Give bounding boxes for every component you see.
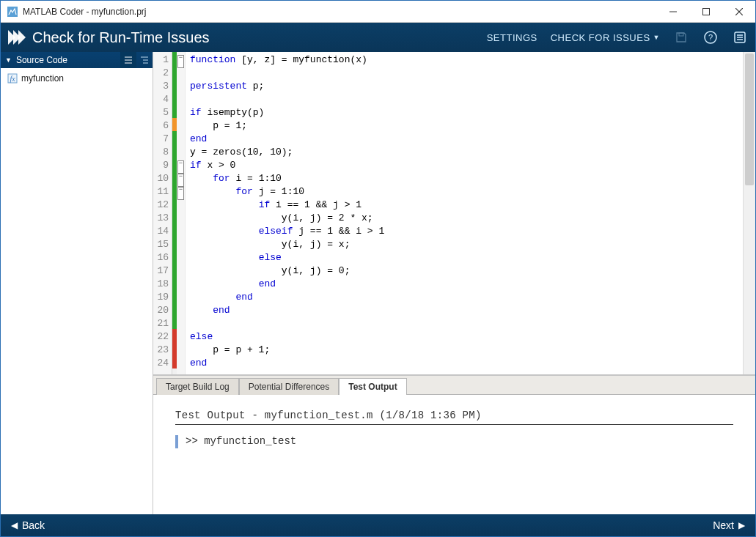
vertical-scrollbar[interactable] [743,52,755,374]
back-label: Back [22,519,45,531]
output-header: Test Output - myfunction_test.m (1/8/18 … [175,410,733,425]
arrow-left-icon: ◀ [11,520,18,530]
minimize-button[interactable] [656,1,689,23]
output-panel: Target Build LogPotential DifferencesTes… [153,375,755,514]
source-panel: ▼ Source Code fxmyfunction [1,52,153,514]
collapse-icon: ▼ [5,56,12,64]
test-output-pane: Test Output - myfunction_test.m (1/8/18 … [153,395,755,514]
view-flat-icon[interactable] [120,52,136,68]
code-area[interactable]: function [y, z] = myfunction(x)persisten… [186,52,743,374]
header-toolbar: Check for Run-Time Issues SETTINGS CHECK… [1,23,755,52]
app-window: MATLAB Coder - myfunction.prj Check for … [0,0,756,537]
output-tabs: Target Build LogPotential DifferencesTes… [153,376,755,395]
menu-icon[interactable] [732,29,748,45]
back-button[interactable]: ◀ Back [11,519,45,531]
output-tab[interactable]: Potential Differences [239,378,340,395]
function-file-icon: fx [7,73,18,84]
scroll-thumb[interactable] [745,53,754,185]
chevron-down-icon: ▼ [653,34,660,41]
source-panel-title: Source Code [16,55,67,65]
code-editor[interactable]: 123456789101112131415161718192021222324 … [153,52,755,375]
settings-button[interactable]: SETTINGS [487,32,537,43]
line-number-gutter: 123456789101112131415161718192021222324 [153,52,172,374]
svg-rect-2 [702,8,709,15]
window-title: MATLAB Coder - myfunction.prj [23,7,656,17]
check-issues-button[interactable]: CHECK FOR ISSUES ▼ [551,32,660,43]
output-tab[interactable]: Target Build Log [156,378,239,395]
workflow-chevrons-icon[interactable] [8,30,23,45]
fold-gutter: −−−− [177,52,186,374]
maximize-button[interactable] [689,1,722,23]
source-file-item[interactable]: fxmyfunction [1,71,153,86]
check-issues-label: CHECK FOR ISSUES [551,32,650,43]
app-icon [7,6,18,18]
source-panel-header[interactable]: ▼ Source Code [1,52,153,68]
svg-text:?: ? [708,33,713,42]
close-button[interactable] [722,1,755,23]
output-tab[interactable]: Test Output [339,378,406,395]
output-command: >> myfunction_test [186,435,296,448]
footer: ◀ Back Next ▶ [1,514,755,536]
source-file-label: myfunction [21,73,64,84]
command-marker [175,435,178,448]
help-icon[interactable]: ? [702,29,719,45]
page-title: Check for Run-Time Issues [32,29,487,46]
view-tree-icon[interactable] [136,52,153,68]
titlebar: MATLAB Coder - myfunction.prj [1,1,755,23]
save-icon [673,29,689,45]
svg-text:fx: fx [10,75,15,83]
arrow-right-icon: ▶ [738,520,745,530]
source-tree: fxmyfunction [1,68,153,89]
next-label: Next [713,519,734,531]
next-button[interactable]: Next ▶ [713,519,745,531]
